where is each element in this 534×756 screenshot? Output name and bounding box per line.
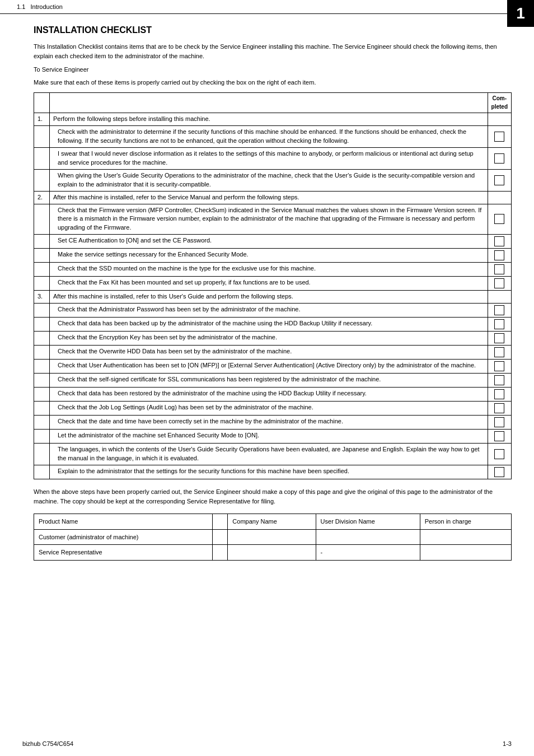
page-title: INSTALLATION CHECKLIST [34, 25, 512, 35]
sub-check [488, 388, 511, 402]
sub-check [488, 147, 511, 169]
table-row: Check that the Encryption Key has been s… [34, 332, 512, 346]
checkbox-square [494, 278, 504, 288]
sub-text: Check with the administrator to determin… [50, 125, 488, 147]
row-text: Perform the following steps before insta… [50, 113, 488, 126]
section-label: 1.1 Introduction [17, 3, 523, 10]
sub-text: Explain to the administrator that the se… [50, 465, 488, 479]
sub-check [488, 204, 511, 235]
sub-check [488, 318, 511, 332]
table-row: Check that data has been restored by the… [34, 388, 512, 402]
to-engineer-label: To Service Engineer [34, 65, 512, 74]
row-text: After this machine is installed, refer t… [50, 291, 488, 304]
sub-num [34, 235, 50, 249]
sub-check [488, 430, 511, 444]
table-row: Make the service settings necessary for … [34, 249, 512, 263]
info-row-division-value [316, 529, 420, 545]
sub-check [488, 402, 511, 416]
sub-check [488, 444, 511, 465]
sub-check [488, 304, 511, 318]
sub-text: Check that the Fax Kit has been mounted … [50, 277, 488, 291]
sub-check [488, 465, 511, 479]
table-row: Check with the administrator to determin… [34, 125, 512, 147]
checkbox-square [494, 236, 504, 246]
bottom-text: When the above steps have been properly … [34, 487, 512, 506]
info-row-label: Customer (administrator of machine) [34, 529, 213, 545]
sub-check [488, 125, 511, 147]
checkbox-square [494, 467, 504, 477]
sub-check [488, 249, 511, 263]
row-check [488, 291, 511, 304]
sub-num [34, 360, 50, 374]
checklist-table: Com-pleted 1.Perform the following steps… [34, 92, 512, 479]
sub-num [34, 346, 50, 360]
info-row-company-value [228, 545, 316, 561]
info-table-row: Service Representative- [34, 545, 512, 561]
sub-num [34, 332, 50, 346]
footer-page: 1-3 [503, 740, 512, 747]
table-row: Check that the SSD mounted on the machin… [34, 263, 512, 277]
chapter-box: 1 [507, 0, 534, 27]
sub-num [34, 318, 50, 332]
sub-num [34, 388, 50, 402]
make-sure-text: Make sure that each of these items is pr… [34, 78, 512, 87]
table-row: The languages, in which the contents of … [34, 444, 512, 465]
sub-num [34, 147, 50, 169]
sub-text: Check that the Job Log Settings (Audit L… [50, 402, 488, 416]
sub-num [34, 169, 50, 191]
table-row: 1.Perform the following steps before ins… [34, 113, 512, 126]
page: 1.1 Introduction 1 INSTALLATION CHECKLIS… [0, 0, 534, 756]
sub-text: Make the service settings necessary for … [50, 249, 488, 263]
sub-text: Check that the Administrator Password ha… [50, 304, 488, 318]
sub-num [34, 374, 50, 388]
table-row: Check that the Job Log Settings (Audit L… [34, 402, 512, 416]
sub-num [34, 204, 50, 235]
sub-text: Check that the SSD mounted on the machin… [50, 263, 488, 277]
info-table-row: Customer (administrator of machine) [34, 529, 512, 545]
row-number: 2. [34, 191, 50, 204]
table-row: Check that data has been backed up by th… [34, 318, 512, 332]
col-company-header: Company Name [228, 514, 316, 530]
info-row-person-value [420, 545, 511, 561]
table-row: Check that the date and time have been c… [34, 416, 512, 430]
row-number: 1. [34, 113, 50, 126]
table-row: Explain to the administrator that the se… [34, 465, 512, 479]
sub-check [488, 374, 511, 388]
checkbox-square [494, 319, 504, 329]
sub-check [488, 263, 511, 277]
sub-num [34, 125, 50, 147]
checkbox-square [494, 361, 504, 371]
row-text: After this machine is installed, refer t… [50, 191, 488, 204]
sub-check [488, 277, 511, 291]
sub-num [34, 263, 50, 277]
checkbox-square [494, 264, 504, 274]
checkbox-square [494, 431, 504, 441]
col-num-header [34, 93, 50, 113]
info-row-label: Service Representative [34, 545, 213, 561]
row-check [488, 113, 511, 126]
col-completed-header: Com-pleted [488, 93, 511, 113]
table-row: Set CE Authentication to [ON] and set th… [34, 235, 512, 249]
sub-num [34, 465, 50, 479]
checkbox-square [494, 375, 504, 385]
info-row-product-value [212, 529, 228, 545]
intro-paragraph: This Installation Checklist contains ite… [34, 42, 512, 60]
main-content: INSTALLATION CHECKLIST This Installation… [0, 14, 534, 572]
table-row: Check that the Firmware version (MFP Con… [34, 204, 512, 235]
table-row: Let the administrator of the machine set… [34, 430, 512, 444]
sub-num [34, 249, 50, 263]
section-title: Introduction [30, 3, 62, 10]
checkbox-square [494, 250, 504, 260]
sub-num [34, 277, 50, 291]
col-division-header: User Division Name [316, 514, 420, 530]
sub-text: Check that the self-signed certificate f… [50, 374, 488, 388]
table-row: 2.After this machine is installed, refer… [34, 191, 512, 204]
sub-text: I swear that I would never disclose info… [50, 147, 488, 169]
page-footer: bizhub C754/C654 1-3 [0, 740, 534, 747]
table-row: Check that the Administrator Password ha… [34, 304, 512, 318]
sub-text: Check that the Encryption Key has been s… [50, 332, 488, 346]
table-row: Check that User Authentication has been … [34, 360, 512, 374]
table-row: When giving the User's Guide Security Op… [34, 169, 512, 191]
sub-text: Check that the Firmware version (MFP Con… [50, 204, 488, 235]
section-number: 1.1 [17, 3, 25, 10]
